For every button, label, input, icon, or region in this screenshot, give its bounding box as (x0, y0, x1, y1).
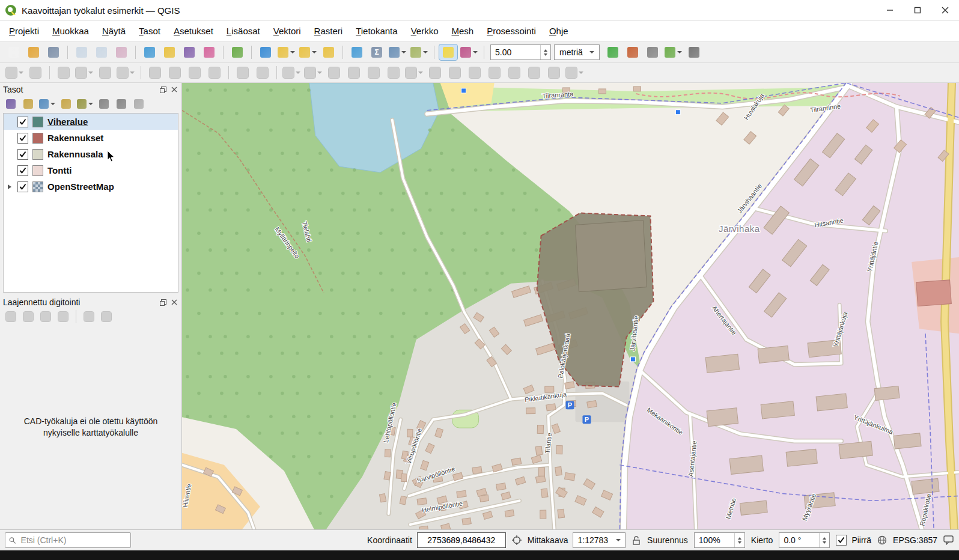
collapse-all-button[interactable] (114, 97, 129, 111)
statistical-summary-button[interactable]: Σ (368, 44, 386, 60)
search-input[interactable] (20, 535, 127, 546)
menu-asetukset[interactable]: Asetukset (167, 21, 220, 41)
new-print-layout-button[interactable] (73, 44, 91, 60)
maximize-button[interactable] (904, 0, 931, 20)
data-source-manager-button[interactable] (141, 44, 159, 60)
menu-ohje[interactable]: Ohje (543, 21, 575, 41)
save-project-button[interactable] (44, 44, 62, 60)
window-edge (0, 550, 959, 560)
magnifier-spinbox[interactable]: 100% (694, 532, 745, 548)
layer-checkbox[interactable] (17, 181, 28, 192)
menu-mesh[interactable]: Mesh (445, 21, 481, 41)
construction-mode-icon (23, 312, 33, 321)
digitizing-settings-button[interactable] (685, 44, 703, 60)
reshape-features-button (466, 65, 484, 81)
panel-float-button[interactable] (159, 298, 167, 306)
identify-features-button[interactable] (257, 44, 275, 60)
layers-panel-toolbar (0, 96, 181, 112)
trim-extend-icon (566, 67, 577, 78)
menu-muokkaa[interactable]: Muokkaa (46, 21, 96, 41)
layer-item-rakennusala[interactable]: Rakennusala (4, 146, 178, 162)
enable-tracing-button[interactable] (604, 44, 622, 60)
panel-close-button[interactable] (170, 85, 178, 94)
map-svg[interactable]: PPTiiranrantaHuvilakujaTiiranrinneJärvih… (182, 83, 959, 529)
new-spatial-bookmark-button[interactable] (459, 44, 479, 60)
locator-search[interactable] (5, 532, 131, 548)
menu-lisosat[interactable]: Lisäosat (220, 21, 267, 41)
menu-rasteri[interactable]: Rasteri (308, 21, 350, 41)
topological-editing-button[interactable] (644, 44, 662, 60)
text-annotation-icon (204, 47, 215, 58)
menu-vektori[interactable]: Vektori (267, 21, 308, 41)
trim-extend-button (565, 65, 585, 81)
lock-icon[interactable] (630, 534, 642, 546)
menu-nyt[interactable]: Näytä (96, 21, 132, 41)
panel-float-button[interactable] (159, 85, 167, 94)
layer-item-rakennukset[interactable]: Rakennukset (4, 130, 178, 146)
select-by-expression-button[interactable] (298, 44, 318, 60)
collapse-all-icon (117, 99, 126, 109)
extents-toggle-icon[interactable] (511, 534, 523, 546)
open-layer-styling-icon (6, 99, 16, 109)
layer-item-tontti[interactable]: Tontti (4, 162, 178, 178)
new-project-button[interactable] (5, 44, 23, 60)
rotation-spinbox[interactable]: 0.0 ° (779, 532, 830, 548)
dropdown-caret-icon (312, 51, 317, 53)
style-manager-button[interactable] (112, 44, 130, 60)
panel-close-button[interactable] (170, 298, 178, 306)
menu-projekti[interactable]: Projekti (2, 21, 46, 41)
select-features-button[interactable] (276, 44, 296, 60)
delete-selected-icon (150, 67, 160, 78)
layer-item-viheralue[interactable]: Viheralue (4, 114, 178, 130)
dropdown-caret-icon (401, 51, 406, 53)
filter-legend-button[interactable] (58, 97, 74, 111)
layer-item-openstreetmap[interactable]: OpenStreetMap (4, 178, 178, 195)
main-area: Tasot ViheralueRakennuksetRakennusalaTon… (0, 83, 959, 529)
show-layout-manager-button[interactable] (93, 44, 111, 60)
field-calculator-button[interactable] (180, 44, 198, 60)
messages-icon[interactable] (942, 534, 954, 546)
map-tips-button[interactable] (439, 44, 457, 60)
deselect-features-button[interactable] (320, 44, 338, 60)
layer-checkbox[interactable] (17, 149, 28, 160)
remove-layer-button[interactable] (131, 97, 147, 111)
layer-checkbox[interactable] (17, 117, 28, 127)
crs-globe-icon[interactable] (876, 534, 888, 546)
open-layer-styling-button[interactable] (3, 97, 19, 111)
menu-tietokanta[interactable]: Tietokanta (349, 21, 404, 41)
menu-prosessointi[interactable]: Prosessointi (480, 21, 543, 41)
menu-tasot[interactable]: Tasot (132, 21, 167, 41)
scale-feature-button (325, 65, 343, 81)
open-project-button[interactable] (25, 44, 43, 60)
enable-snapping-button[interactable] (624, 44, 642, 60)
coordinates-input[interactable] (417, 532, 506, 548)
zoom-to-layer-button[interactable] (348, 44, 366, 60)
layer-checkbox[interactable] (17, 165, 28, 176)
expand-all-button[interactable] (96, 97, 112, 111)
filter-by-expression-button[interactable] (76, 97, 94, 111)
menu-verkko[interactable]: Verkko (404, 21, 445, 41)
minimize-button[interactable] (876, 0, 904, 20)
snapping-tolerance-spinbox[interactable]: 5.00 (490, 44, 551, 60)
add-vector-layer-button[interactable] (160, 44, 178, 60)
scale-combo[interactable]: 1:12783 (573, 532, 626, 548)
metasearch-button[interactable] (228, 44, 246, 60)
text-annotation-button[interactable] (200, 44, 218, 60)
layer-checkbox[interactable] (17, 133, 28, 144)
open-attribute-table-button[interactable] (388, 44, 407, 60)
expand-arrow-icon[interactable] (6, 184, 13, 190)
measure-button[interactable] (409, 44, 429, 60)
rotate-point-symbols-button (545, 65, 563, 81)
check-geometries-button[interactable] (663, 44, 683, 60)
snapping-unit-combo[interactable]: metriä (554, 44, 600, 60)
layer-label: Tontti (47, 165, 72, 175)
add-group-button[interactable] (20, 97, 36, 111)
toolbar-separator (141, 66, 141, 79)
layers-panel: Tasot ViheralueRakennuksetRakennusalaTon… (0, 83, 181, 296)
menubar: ProjektiMuokkaaNäytäTasotAsetuksetLisäos… (0, 21, 959, 42)
render-checkbox[interactable] (836, 535, 847, 546)
close-button[interactable] (931, 0, 959, 20)
map-canvas[interactable]: PPTiiranrantaHuvilakujaTiiranrinneJärvih… (182, 83, 959, 529)
manage-map-themes-button[interactable] (38, 97, 56, 111)
spinbox-arrows[interactable] (540, 45, 550, 59)
